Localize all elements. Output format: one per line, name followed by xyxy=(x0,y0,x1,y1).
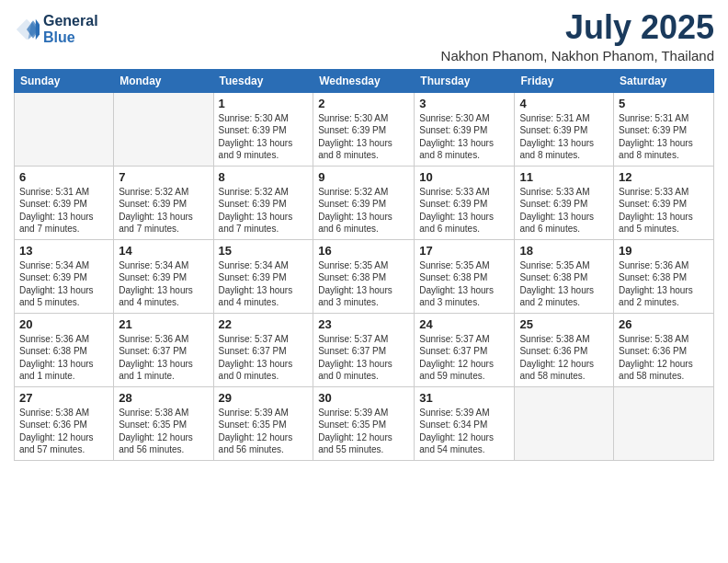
day-number: 11 xyxy=(519,170,609,184)
day-number: 6 xyxy=(19,170,108,184)
day-info: Sunrise: 5:32 AM Sunset: 6:39 PM Dayligh… xyxy=(219,186,309,236)
day-number: 23 xyxy=(318,317,409,331)
day-number: 28 xyxy=(119,391,208,405)
day-info: Sunrise: 5:31 AM Sunset: 6:39 PM Dayligh… xyxy=(519,112,609,162)
calendar-cell: 30Sunrise: 5:39 AM Sunset: 6:35 PM Dayli… xyxy=(313,386,415,460)
main-title: July 2025 xyxy=(441,9,714,46)
day-number: 15 xyxy=(219,244,309,258)
day-number: 5 xyxy=(619,97,709,110)
day-number: 9 xyxy=(318,170,409,184)
day-info: Sunrise: 5:30 AM Sunset: 6:39 PM Dayligh… xyxy=(419,112,509,162)
day-number: 8 xyxy=(219,170,309,184)
day-number: 17 xyxy=(419,244,509,258)
calendar-cell: 24Sunrise: 5:37 AM Sunset: 6:37 PM Dayli… xyxy=(415,313,515,386)
day-number: 7 xyxy=(119,170,208,184)
day-info: Sunrise: 5:33 AM Sunset: 6:39 PM Dayligh… xyxy=(419,186,509,236)
day-info: Sunrise: 5:31 AM Sunset: 6:39 PM Dayligh… xyxy=(19,186,108,236)
calendar-cell xyxy=(614,386,714,460)
calendar-header-row: SundayMondayTuesdayWednesdayThursdayFrid… xyxy=(15,69,714,92)
calendar-day-header: Saturday xyxy=(614,69,714,92)
day-number: 1 xyxy=(219,97,309,110)
calendar-cell xyxy=(114,92,213,166)
calendar-cell: 27Sunrise: 5:38 AM Sunset: 6:36 PM Dayli… xyxy=(15,386,114,460)
day-number: 16 xyxy=(318,244,409,258)
calendar-cell: 8Sunrise: 5:32 AM Sunset: 6:39 PM Daylig… xyxy=(213,166,313,239)
calendar-cell: 10Sunrise: 5:33 AM Sunset: 6:39 PM Dayli… xyxy=(415,166,515,239)
day-info: Sunrise: 5:34 AM Sunset: 6:39 PM Dayligh… xyxy=(219,259,309,309)
day-number: 26 xyxy=(619,317,709,331)
calendar-cell: 1Sunrise: 5:30 AM Sunset: 6:39 PM Daylig… xyxy=(213,92,313,166)
day-info: Sunrise: 5:32 AM Sunset: 6:39 PM Dayligh… xyxy=(318,186,409,236)
day-number: 14 xyxy=(119,244,208,258)
day-number: 22 xyxy=(219,317,309,331)
day-info: Sunrise: 5:36 AM Sunset: 6:37 PM Dayligh… xyxy=(119,333,208,383)
calendar-cell xyxy=(515,386,614,460)
calendar-cell: 17Sunrise: 5:35 AM Sunset: 6:38 PM Dayli… xyxy=(415,239,515,313)
calendar-day-header: Thursday xyxy=(415,69,515,92)
day-number: 3 xyxy=(419,97,509,110)
day-info: Sunrise: 5:38 AM Sunset: 6:36 PM Dayligh… xyxy=(19,407,108,456)
calendar-cell: 28Sunrise: 5:38 AM Sunset: 6:35 PM Dayli… xyxy=(114,386,213,460)
calendar-cell: 3Sunrise: 5:30 AM Sunset: 6:39 PM Daylig… xyxy=(415,92,515,166)
calendar-cell: 19Sunrise: 5:36 AM Sunset: 6:38 PM Dayli… xyxy=(614,239,714,313)
day-number: 27 xyxy=(19,391,108,405)
calendar-cell: 23Sunrise: 5:37 AM Sunset: 6:37 PM Dayli… xyxy=(313,313,415,386)
day-info: Sunrise: 5:39 AM Sunset: 6:35 PM Dayligh… xyxy=(318,407,409,456)
calendar-cell: 6Sunrise: 5:31 AM Sunset: 6:39 PM Daylig… xyxy=(15,166,114,239)
day-number: 10 xyxy=(419,170,509,184)
day-info: Sunrise: 5:37 AM Sunset: 6:37 PM Dayligh… xyxy=(419,333,509,383)
calendar-cell: 16Sunrise: 5:35 AM Sunset: 6:38 PM Dayli… xyxy=(313,239,415,313)
day-number: 2 xyxy=(318,97,409,110)
calendar-cell: 2Sunrise: 5:30 AM Sunset: 6:39 PM Daylig… xyxy=(313,92,415,166)
page: General Blue July 2025 Nakhon Phanom, Na… xyxy=(0,0,728,563)
day-info: Sunrise: 5:35 AM Sunset: 6:38 PM Dayligh… xyxy=(419,259,509,309)
day-number: 31 xyxy=(419,391,509,405)
calendar-cell: 21Sunrise: 5:36 AM Sunset: 6:37 PM Dayli… xyxy=(114,313,213,386)
calendar-day-header: Friday xyxy=(515,69,614,92)
day-number: 13 xyxy=(19,244,108,258)
day-info: Sunrise: 5:35 AM Sunset: 6:38 PM Dayligh… xyxy=(519,259,609,309)
day-info: Sunrise: 5:32 AM Sunset: 6:39 PM Dayligh… xyxy=(119,186,208,236)
day-info: Sunrise: 5:35 AM Sunset: 6:38 PM Dayligh… xyxy=(318,259,409,309)
calendar-cell: 25Sunrise: 5:38 AM Sunset: 6:36 PM Dayli… xyxy=(515,313,614,386)
calendar-cell: 22Sunrise: 5:37 AM Sunset: 6:37 PM Dayli… xyxy=(213,313,313,386)
calendar-cell: 26Sunrise: 5:38 AM Sunset: 6:36 PM Dayli… xyxy=(614,313,714,386)
day-info: Sunrise: 5:37 AM Sunset: 6:37 PM Dayligh… xyxy=(219,333,309,383)
day-info: Sunrise: 5:37 AM Sunset: 6:37 PM Dayligh… xyxy=(318,333,409,383)
title-block: July 2025 Nakhon Phanom, Nakhon Phanom, … xyxy=(441,9,714,63)
day-number: 19 xyxy=(619,244,709,258)
day-number: 29 xyxy=(219,391,309,405)
calendar-week-row: 20Sunrise: 5:36 AM Sunset: 6:38 PM Dayli… xyxy=(15,313,714,386)
calendar-week-row: 6Sunrise: 5:31 AM Sunset: 6:39 PM Daylig… xyxy=(15,166,714,239)
day-info: Sunrise: 5:38 AM Sunset: 6:35 PM Dayligh… xyxy=(119,407,208,456)
calendar-cell: 4Sunrise: 5:31 AM Sunset: 6:39 PM Daylig… xyxy=(515,92,614,166)
day-info: Sunrise: 5:39 AM Sunset: 6:35 PM Dayligh… xyxy=(219,407,309,456)
calendar: SundayMondayTuesdayWednesdayThursdayFrid… xyxy=(14,69,714,461)
calendar-cell xyxy=(15,92,114,166)
calendar-week-row: 13Sunrise: 5:34 AM Sunset: 6:39 PM Dayli… xyxy=(15,239,714,313)
calendar-cell: 20Sunrise: 5:36 AM Sunset: 6:38 PM Dayli… xyxy=(15,313,114,386)
day-info: Sunrise: 5:36 AM Sunset: 6:38 PM Dayligh… xyxy=(619,259,709,309)
day-info: Sunrise: 5:31 AM Sunset: 6:39 PM Dayligh… xyxy=(619,112,709,162)
day-info: Sunrise: 5:38 AM Sunset: 6:36 PM Dayligh… xyxy=(619,333,709,383)
calendar-cell: 14Sunrise: 5:34 AM Sunset: 6:39 PM Dayli… xyxy=(114,239,213,313)
day-info: Sunrise: 5:34 AM Sunset: 6:39 PM Dayligh… xyxy=(119,259,208,309)
day-number: 30 xyxy=(318,391,409,405)
calendar-cell: 15Sunrise: 5:34 AM Sunset: 6:39 PM Dayli… xyxy=(213,239,313,313)
calendar-cell: 29Sunrise: 5:39 AM Sunset: 6:35 PM Dayli… xyxy=(213,386,313,460)
day-info: Sunrise: 5:30 AM Sunset: 6:39 PM Dayligh… xyxy=(219,112,309,162)
calendar-cell: 11Sunrise: 5:33 AM Sunset: 6:39 PM Dayli… xyxy=(515,166,614,239)
calendar-week-row: 1Sunrise: 5:30 AM Sunset: 6:39 PM Daylig… xyxy=(15,92,714,166)
calendar-day-header: Monday xyxy=(114,69,213,92)
day-info: Sunrise: 5:38 AM Sunset: 6:36 PM Dayligh… xyxy=(519,333,609,383)
day-info: Sunrise: 5:39 AM Sunset: 6:34 PM Dayligh… xyxy=(419,407,509,456)
day-number: 24 xyxy=(419,317,509,331)
day-number: 12 xyxy=(619,170,709,184)
calendar-cell: 9Sunrise: 5:32 AM Sunset: 6:39 PM Daylig… xyxy=(313,166,415,239)
logo-icon xyxy=(14,17,40,42)
calendar-day-header: Tuesday xyxy=(213,69,313,92)
calendar-week-row: 27Sunrise: 5:38 AM Sunset: 6:36 PM Dayli… xyxy=(15,386,714,460)
header: General Blue July 2025 Nakhon Phanom, Na… xyxy=(14,9,714,63)
subtitle: Nakhon Phanom, Nakhon Phanom, Thailand xyxy=(441,48,714,63)
calendar-day-header: Sunday xyxy=(15,69,114,92)
